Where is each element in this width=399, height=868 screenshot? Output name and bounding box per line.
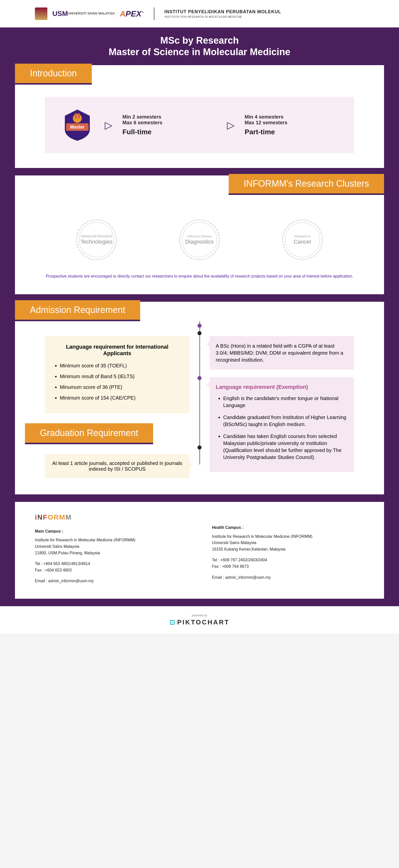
logos: USMUNIVERSITI SAINS MALAYSIA APEX™ bbox=[35, 7, 144, 20]
divider bbox=[154, 7, 154, 20]
clusters-tab: INFORMM's Research Clusters bbox=[229, 174, 384, 195]
svg-text:Technologies: Technologies bbox=[80, 239, 112, 245]
bsc-requirement: A BSc (Hons) in a related field with a C… bbox=[209, 336, 354, 370]
list-item: Minumum score of 36 (PTE) bbox=[60, 384, 182, 390]
fulltime-duration: Min 2 semesters Max 6 semesters Full-tim… bbox=[123, 114, 217, 136]
graduation-tab: Graduation Requirement bbox=[25, 423, 153, 444]
list-item: Minimum score of 35 (TOEFL) bbox=[60, 363, 182, 369]
admission-tab: Admission Requirement bbox=[15, 300, 140, 321]
svg-text:Master: Master bbox=[70, 125, 85, 129]
cluster-diagnostics: Infectious DiseaseDiagnostics bbox=[174, 215, 225, 266]
apex-logo: APEX™ bbox=[120, 9, 144, 19]
piktochart-icon: ⊡ bbox=[170, 618, 176, 626]
svg-text:Cancer: Cancer bbox=[294, 239, 311, 245]
health-campus: Health Campus : Institute for Research i… bbox=[212, 512, 364, 589]
svg-rect-4 bbox=[78, 113, 80, 118]
page-title: MSc by ResearchMaster of Science in Mole… bbox=[0, 27, 399, 65]
email: Email : admin_informm@usm.my bbox=[35, 578, 187, 584]
intro-card: Master ▷ Min 2 semesters Max 6 semesters… bbox=[45, 97, 354, 153]
timeline-dot bbox=[198, 331, 201, 335]
timeline-line bbox=[199, 321, 200, 464]
timeline-dot bbox=[198, 445, 201, 450]
svg-text:Infectious Disease: Infectious Disease bbox=[187, 235, 212, 238]
master-badge-icon: Master bbox=[60, 107, 95, 143]
section-clusters: INFORMM's Research Clusters Advanced Res… bbox=[15, 176, 384, 294]
email: Email : admin_informm@usm.my bbox=[212, 574, 364, 581]
svg-text:Advanced Research: Advanced Research bbox=[81, 234, 112, 238]
section-admission: Admission Requirement Language requireme… bbox=[15, 302, 384, 494]
informm-logo: iNFORMM bbox=[35, 512, 187, 523]
header: USMUNIVERSITI SAINS MALAYSIA APEX™ INSTI… bbox=[0, 0, 399, 27]
timeline-dot bbox=[198, 376, 201, 380]
left-column: Language requirement for International A… bbox=[35, 336, 199, 479]
list-item: Minimum result of Band 5 (IELTS) bbox=[60, 374, 182, 379]
timeline-dot bbox=[198, 324, 201, 328]
powered-by: powered by ⊡PIKTOCHART bbox=[0, 606, 399, 634]
svg-text:Research in: Research in bbox=[295, 235, 310, 238]
intro-tab: Introduction bbox=[15, 64, 92, 85]
cluster-cancer: Research inCancer bbox=[277, 215, 327, 266]
triangle-icon: ▷ bbox=[227, 119, 235, 131]
language-requirements: Language requirement for International A… bbox=[45, 336, 190, 413]
main-campus: iNFORMM Main Campus : Institute for Rese… bbox=[35, 512, 187, 589]
cluster-technologies: Advanced ResearchTechnologies bbox=[72, 215, 122, 266]
parttime-duration: Min 4 semesters Max 12 semesters Part-ti… bbox=[245, 114, 339, 136]
svg-text:Diagnostics: Diagnostics bbox=[185, 239, 214, 245]
section-introduction: Introduction Master ▷ Min 2 semesters Ma… bbox=[15, 65, 384, 168]
emblem-icon bbox=[35, 7, 47, 20]
svg-point-2 bbox=[73, 114, 82, 123]
list-item: Candidate graduated from Institution of … bbox=[223, 414, 348, 428]
graduation-requirement-box: At least 1 article journals, accepted or… bbox=[45, 454, 190, 478]
exemption-box: Language requirement (Exemption) English… bbox=[209, 377, 354, 472]
right-column: A BSc (Hons) in a related field with a C… bbox=[199, 336, 364, 479]
usm-logo: USMUNIVERSITI SAINS MALAYSIA bbox=[53, 10, 115, 18]
list-item: English is the candidate's mother tongue… bbox=[223, 395, 348, 409]
address: Institute for Research in Molecular Medi… bbox=[212, 533, 364, 553]
address: Institute for Research in Molecular Medi… bbox=[35, 537, 187, 556]
list-item: Minimum score of 154 (CAE/CPE) bbox=[60, 395, 182, 401]
institute-name: INSTITUT PENYELIDIKAN PERUBATAN MOLEKUL … bbox=[164, 9, 281, 19]
clusters-note: Prospective students are encouraged to d… bbox=[15, 273, 384, 279]
svg-rect-3 bbox=[75, 113, 77, 118]
footer: iNFORMM Main Campus : Institute for Rese… bbox=[15, 502, 384, 599]
triangle-icon: ▷ bbox=[105, 119, 112, 131]
list-item: Candidate has taken English courses from… bbox=[223, 433, 348, 461]
